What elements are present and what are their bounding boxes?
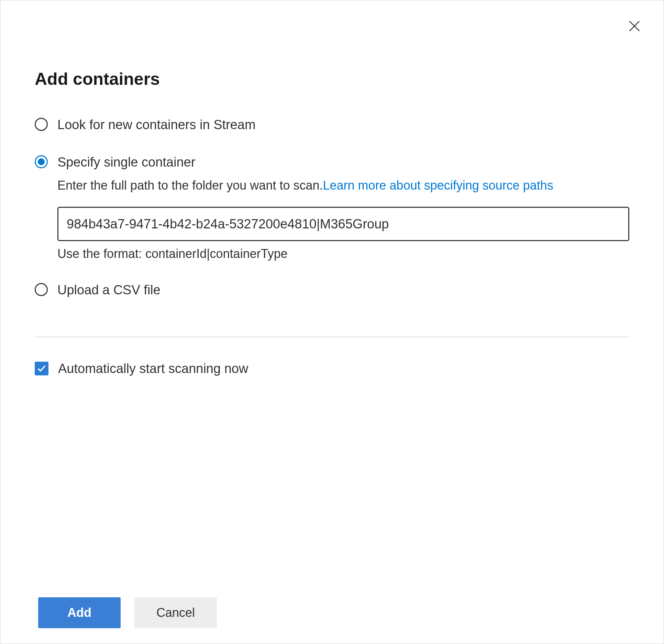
auto-scan-row: Automatically start scanning now [35, 361, 629, 376]
close-icon [628, 20, 641, 33]
radio-label-upload-csv: Upload a CSV file [57, 282, 629, 298]
help-text-prefix: Enter the full path to the folder you wa… [57, 178, 323, 192]
auto-scan-checkbox[interactable] [35, 362, 48, 375]
cancel-button[interactable]: Cancel [134, 597, 217, 628]
dialog-footer: Add Cancel [38, 597, 217, 628]
add-containers-dialog: Add containers Look for new containers i… [0, 0, 664, 644]
dialog-title: Add containers [35, 69, 629, 89]
radio-label-look-for-new: Look for new containers in Stream [57, 116, 629, 133]
add-button[interactable]: Add [38, 597, 121, 628]
learn-more-link[interactable]: Learn more about specifying source paths [323, 178, 553, 192]
specify-single-help: Enter the full path to the folder you wa… [57, 177, 621, 194]
option-specify-single: Specify single container Enter the full … [35, 154, 629, 261]
radio-label-specify-single: Specify single container [57, 154, 629, 171]
section-divider [35, 337, 629, 337]
container-path-hint: Use the format: containerId|containerTyp… [57, 247, 629, 261]
radio-upload-csv[interactable] [35, 283, 48, 296]
option-look-for-new: Look for new containers in Stream [35, 116, 629, 133]
checkmark-icon [37, 364, 46, 373]
radio-look-for-new[interactable] [35, 118, 48, 131]
container-path-input[interactable] [57, 207, 629, 241]
close-button[interactable] [625, 17, 644, 35]
option-upload-csv: Upload a CSV file [35, 282, 629, 298]
auto-scan-label: Automatically start scanning now [58, 361, 248, 376]
source-radio-group: Look for new containers in Stream Specif… [35, 116, 629, 299]
radio-specify-single[interactable] [35, 155, 48, 168]
